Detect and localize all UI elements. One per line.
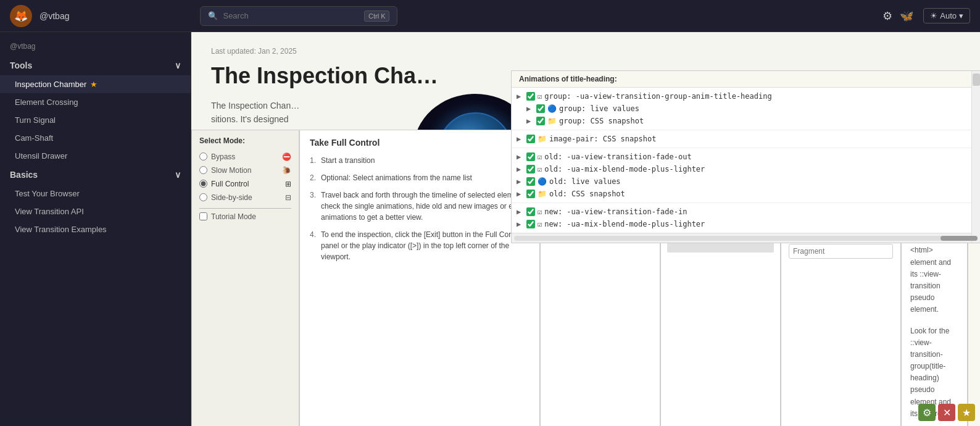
- close-icon-btn[interactable]: ✕: [938, 404, 955, 421]
- search-bar[interactable]: 🔍 Ctrl K: [200, 6, 397, 26]
- side-by-side-radio-input[interactable]: [199, 193, 207, 201]
- tree-row[interactable]: ▶ ☑ old: -ua-mix-blend-mode-plus-lighter: [512, 163, 980, 175]
- tree-checkbox[interactable]: [526, 220, 535, 228]
- tree-checkbox[interactable]: [536, 117, 545, 125]
- sidebar-tools-header[interactable]: Tools ∨: [0, 56, 191, 75]
- star-icon-btn-icon: ★: [962, 407, 971, 419]
- tree-checkbox[interactable]: [526, 152, 535, 161]
- full-control-icon: ⊞: [285, 180, 291, 188]
- slow-motion-label: Slow Motion: [211, 166, 251, 175]
- side-by-side-radio[interactable]: Side-by-side ⊟: [199, 191, 291, 204]
- devtools-tree: ▶ ☑ group: -ua-view-transition-group-ani…: [512, 88, 980, 233]
- devtools-scrollbar[interactable]: [512, 233, 980, 243]
- tree-text: old: CSS snapshot: [549, 190, 625, 198]
- butterfly-icon[interactable]: 🦋: [900, 9, 913, 23]
- slow-motion-radio-input[interactable]: [199, 166, 207, 174]
- tutorial-checkbox[interactable]: [199, 212, 207, 220]
- scrollbar-thumb[interactable]: [941, 236, 978, 241]
- tree-checkbox[interactable]: [536, 104, 545, 113]
- tree-row[interactable]: ▶ ☑ new: -ua-view-transition-fade-in: [512, 206, 980, 218]
- tree-row[interactable]: ▶ 🔵 group: live values: [521, 102, 980, 115]
- tree-text: group: live values: [559, 104, 639, 113]
- narrow-input[interactable]: [789, 244, 893, 259]
- tools-label: Tools: [10, 61, 32, 70]
- sidebar-item-utensil-drawer[interactable]: Utensil Drawer: [0, 147, 191, 165]
- tree-icon-folder: 📁: [547, 117, 557, 125]
- tree-arrow-icon: ▶: [517, 135, 524, 143]
- tree-checkbox[interactable]: [526, 190, 535, 198]
- tree-text: group: -ua-view-transition-group-anim-ti…: [544, 92, 771, 101]
- tree-arrow-icon: ▶: [517, 152, 524, 161]
- sidebar-item-cam-shaft[interactable]: Cam-Shaft: [0, 129, 191, 147]
- tree-row[interactable]: ▶ 📁 old: CSS snapshot: [512, 188, 980, 200]
- tree-arrow-icon: ▶: [526, 104, 534, 113]
- username: @vtbag: [39, 11, 69, 21]
- star-icon-btn[interactable]: ★: [958, 404, 975, 421]
- devtools-scrollbar-v-thumb: [973, 73, 980, 86]
- view-transition-examples-label: View Transition Examples: [15, 225, 107, 234]
- settings-icon-btn[interactable]: ⚙: [918, 404, 936, 421]
- select-mode-title: Select Mode:: [199, 136, 291, 145]
- sidebar-item-test-browser[interactable]: Test Your Browser: [0, 185, 191, 203]
- utensil-drawer-label: Utensil Drawer: [15, 151, 67, 161]
- full-control-radio[interactable]: Full Control ⊞: [199, 177, 291, 191]
- sidebar-item-view-transition-api[interactable]: View Transition API: [0, 203, 191, 220]
- slow-motion-radio[interactable]: Slow Motion 🐌: [199, 164, 291, 177]
- step-4-text: To end the inspection, click the [Exit] …: [321, 229, 529, 262]
- step-4-num: 4.: [310, 229, 316, 262]
- cam-shaft-label: Cam-Shaft: [15, 133, 53, 143]
- bypass-radio[interactable]: Bypass ⛔: [199, 150, 291, 164]
- devtools-title: Animations of title-heading:: [519, 75, 617, 83]
- anim-row-empty1: [661, 241, 780, 255]
- tree-arrow-icon: ▶: [526, 117, 534, 125]
- tree-checkbox[interactable]: [526, 135, 535, 143]
- tree-checkbox[interactable]: [526, 177, 535, 186]
- search-shortcut: Ctrl K: [364, 10, 390, 22]
- sidebar-basics-header[interactable]: Basics ∨: [0, 165, 191, 185]
- element-crossing-label: Element Crossing: [15, 98, 78, 107]
- tree-checkbox[interactable]: [526, 92, 535, 101]
- sidebar-item-view-transition-examples[interactable]: View Transition Examples: [0, 220, 191, 238]
- anim-empty-bar: [667, 243, 774, 253]
- side-by-side-icon: ⊟: [285, 193, 291, 202]
- tree-row[interactable]: ▶ ☑ group: -ua-view-transition-group-ani…: [512, 90, 980, 102]
- tree-icon-check4: ☑: [538, 220, 542, 228]
- devtools-scrollbar-v[interactable]: [971, 71, 980, 243]
- step-2-num: 2.: [310, 172, 316, 183]
- full-control-radio-input[interactable]: [199, 180, 207, 188]
- side-by-side-label: Side-by-side: [211, 193, 252, 202]
- tree-text: image-pair: CSS snapshot: [549, 135, 656, 143]
- desc-line1: The Inspection Chan…: [211, 99, 421, 112]
- main-area: @vtbag Tools ∨ Inspection Chamber ★ Elem…: [0, 32, 980, 426]
- github-icon[interactable]: ⚙: [882, 9, 892, 23]
- tree-arrow-icon: ▶: [517, 165, 524, 173]
- tree-row[interactable]: ▶ 📁 image-pair: CSS snapshot: [512, 133, 980, 145]
- devtools-overlay: Animations of title-heading: ▶ ☑ group: …: [511, 70, 980, 243]
- tree-row[interactable]: ▶ 📁 group: CSS snapshot: [521, 115, 980, 127]
- scrollbar-track: [514, 236, 978, 241]
- close-icon: ✕: [943, 407, 951, 419]
- auto-label: Auto: [940, 11, 957, 20]
- tree-checkbox[interactable]: [526, 165, 535, 173]
- sidebar-item-element-crossing[interactable]: Element Crossing: [0, 93, 191, 111]
- auto-button[interactable]: ☀ Auto ▾: [923, 8, 970, 23]
- tree-row[interactable]: ▶ ☑ old: -ua-view-transition-fade-out: [512, 151, 980, 163]
- tree-icon-check3: ☑: [538, 207, 542, 216]
- sidebar-item-turn-signal[interactable]: Turn Signal: [0, 111, 191, 129]
- tree-row[interactable]: ▶ ☑ new: -ua-mix-blend-mode-plus-lighter: [512, 218, 980, 230]
- tutorial-label: Tutorial Mode: [211, 212, 256, 221]
- tree-icon-circle: 🔵: [547, 104, 557, 113]
- test-browser-label: Test Your Browser: [15, 189, 80, 198]
- tools-chevron-icon: ∨: [175, 61, 181, 70]
- search-input[interactable]: [223, 11, 359, 20]
- tutorial-mode[interactable]: Tutorial Mode: [199, 212, 291, 221]
- step-3-text: Travel back and forth through the timeli…: [321, 190, 529, 223]
- tree-divider: [512, 203, 980, 203]
- tree-checkbox[interactable]: [526, 207, 535, 216]
- bypass-radio-input[interactable]: [199, 152, 207, 161]
- tree-row[interactable]: ▶ 🔵 old: live values: [512, 175, 980, 188]
- basics-label: Basics: [10, 170, 38, 180]
- sidebar-item-inspection-chamber[interactable]: Inspection Chamber ★: [0, 75, 191, 93]
- tree-arrow-icon: ▶: [517, 177, 524, 186]
- step-1-text: Start a transition: [321, 155, 375, 166]
